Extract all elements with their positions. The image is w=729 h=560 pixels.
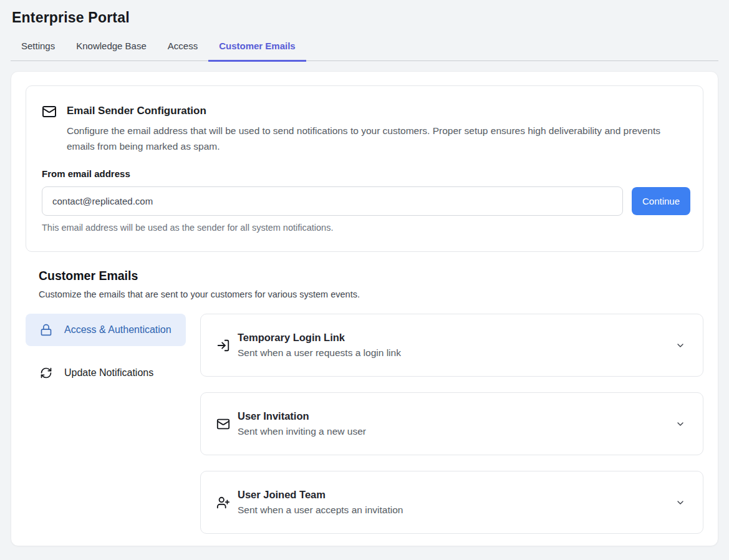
refresh-icon bbox=[40, 367, 52, 379]
email-title: User Invitation bbox=[238, 410, 675, 422]
email-helper-text: This email address will be used as the s… bbox=[42, 223, 690, 233]
log-in-icon bbox=[216, 339, 230, 352]
chevron-down-icon[interactable] bbox=[675, 419, 685, 429]
customer-emails-section: Customer Emails Customize the emails tha… bbox=[39, 269, 703, 299]
email-subtitle: Sent when a user accepts an invitation bbox=[238, 504, 675, 516]
email-title: User Joined Team bbox=[238, 489, 675, 501]
email-card-temporary-login-link[interactable]: Temporary Login Link Sent when a user re… bbox=[200, 314, 703, 377]
chevron-down-icon[interactable] bbox=[675, 498, 685, 508]
email-card-user-invitation[interactable]: User Invitation Sent when inviting a new… bbox=[200, 392, 703, 455]
email-template-list: Temporary Login Link Sent when a user re… bbox=[200, 314, 703, 534]
email-subtitle: Sent when a user requests a login link bbox=[238, 347, 675, 359]
tab-access[interactable]: Access bbox=[157, 34, 208, 60]
continue-button[interactable]: Continue bbox=[632, 187, 690, 215]
user-plus-icon bbox=[216, 496, 230, 509]
tab-bar: Settings Knowledge Base Access Customer … bbox=[11, 34, 718, 61]
card-title: Email Sender Configuration bbox=[67, 104, 206, 117]
tab-customer-emails[interactable]: Customer Emails bbox=[208, 34, 306, 60]
tab-settings[interactable]: Settings bbox=[11, 34, 65, 60]
email-subtitle: Sent when inviting a new user bbox=[238, 426, 675, 437]
category-label: Access & Authentication bbox=[64, 322, 171, 338]
mail-icon bbox=[216, 417, 230, 431]
section-title: Customer Emails bbox=[39, 269, 703, 283]
category-access-authentication[interactable]: Access & Authentication bbox=[26, 314, 186, 346]
from-email-input[interactable] bbox=[42, 186, 623, 216]
email-sender-card: Email Sender Configuration Configure the… bbox=[26, 85, 703, 252]
page-title: Enterprise Portal bbox=[12, 9, 717, 26]
lock-icon bbox=[40, 324, 52, 336]
email-category-list: Access & Authentication Update Notificat… bbox=[26, 314, 186, 534]
section-description: Customize the emails that are sent to yo… bbox=[39, 289, 703, 299]
category-update-notifications[interactable]: Update Notifications bbox=[26, 357, 186, 389]
email-title: Temporary Login Link bbox=[238, 332, 675, 344]
main-panel: Email Sender Configuration Configure the… bbox=[11, 71, 718, 546]
category-label: Update Notifications bbox=[64, 365, 153, 381]
page-header: Enterprise Portal bbox=[0, 0, 729, 26]
chevron-down-icon[interactable] bbox=[675, 340, 685, 350]
email-card-user-joined-team[interactable]: User Joined Team Sent when a user accept… bbox=[200, 471, 703, 534]
tab-knowledge-base[interactable]: Knowledge Base bbox=[65, 34, 157, 60]
mail-icon bbox=[42, 104, 57, 119]
from-email-label: From email address bbox=[42, 168, 690, 179]
card-description: Configure the email address that will be… bbox=[67, 123, 678, 154]
